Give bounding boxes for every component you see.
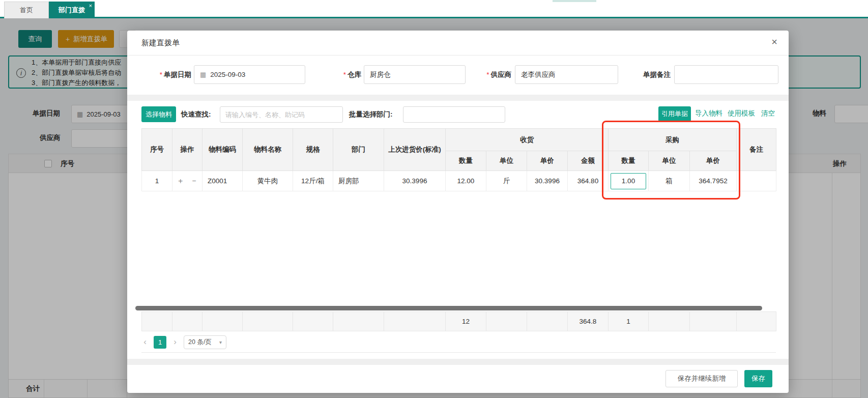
save-button[interactable]: 保存 — [744, 370, 772, 387]
cell-name: 黄牛肉 — [243, 171, 293, 191]
pur-qty-input[interactable]: 1.00 — [611, 173, 646, 189]
sum-empty — [690, 312, 737, 331]
next-page-icon[interactable]: › — [171, 337, 179, 347]
supplier-value: 老李供应商 — [521, 70, 556, 79]
add-row-icon[interactable]: ＋ — [173, 176, 187, 185]
sum-empty — [486, 312, 527, 331]
tab-department-transfer[interactable]: 部门直拨 × — [49, 2, 95, 18]
warehouse-field-label: *仓库 — [310, 70, 361, 79]
table-bottom-border — [141, 352, 776, 353]
tab-home[interactable]: 首页 — [4, 2, 49, 18]
sum-empty — [649, 312, 690, 331]
supplier-input[interactable]: 老李供应商 — [515, 65, 618, 84]
header-seq: 序号 — [142, 129, 172, 171]
header-name: 物料名称 — [243, 129, 293, 171]
horizontal-scrollbar[interactable] — [135, 306, 762, 310]
chevron-down-icon: ▾ — [219, 339, 222, 345]
cell-remark[interactable] — [737, 171, 776, 191]
cell-dept[interactable]: 厨房部 — [333, 171, 384, 191]
header-recv-unit: 单位 — [486, 151, 527, 171]
sum-empty — [202, 312, 243, 331]
sum-empty — [243, 312, 293, 331]
cell-pur-price[interactable]: 364.7952 — [690, 171, 737, 191]
header-pur-qty: 数量 — [609, 151, 649, 171]
prev-page-icon[interactable]: ‹ — [141, 337, 149, 347]
header-remark: 备注 — [737, 129, 776, 171]
required-asterisk: * — [343, 71, 346, 78]
sum-empty — [142, 312, 172, 331]
cell-recv-qty[interactable]: 12.00 — [446, 171, 486, 191]
header-recv-qty: 数量 — [446, 151, 486, 171]
sum-empty — [172, 312, 202, 331]
close-icon[interactable]: × — [771, 37, 777, 47]
batch-dept-input[interactable] — [403, 106, 505, 123]
top-strip — [553, 0, 596, 2]
cell-pur-unit: 箱 — [649, 171, 690, 191]
header-action: 操作 — [172, 129, 202, 171]
quick-search-label: 快速查找: — [181, 110, 211, 119]
select-material-button[interactable]: 选择物料 — [141, 106, 176, 122]
header-spec: 规格 — [293, 129, 333, 171]
cell-recv-unit: 斤 — [486, 171, 527, 191]
required-asterisk: * — [486, 71, 489, 78]
header-last-price: 上次进货价(标准) — [384, 129, 446, 171]
supplier-label-text: 供应商 — [491, 71, 512, 78]
screen: 首页 部门直拨 × 查询 ＋ 新增直拨单 i 1、本单据用于部门直接向供应 2、… — [0, 0, 868, 398]
quick-search-input[interactable] — [220, 106, 343, 123]
tab-close-icon[interactable]: × — [89, 3, 92, 9]
modal-title: 新建直拨单 — [141, 38, 180, 48]
sum-empty — [293, 312, 333, 331]
remark-input[interactable] — [674, 65, 778, 84]
header-pur-price: 单价 — [690, 151, 737, 171]
cell-seq: 1 — [142, 171, 172, 191]
date-label-text: 单据日期 — [164, 71, 191, 78]
batch-dept-label: 批量选择部门: — [349, 110, 393, 119]
clear-link[interactable]: 清空 — [761, 109, 775, 118]
supplier-field-label: *供应商 — [460, 70, 511, 79]
header-group-receive: 收货 — [446, 129, 609, 151]
section-divider — [127, 95, 789, 101]
sum-empty — [333, 312, 384, 331]
use-template-link[interactable]: 使用模板 — [728, 109, 755, 118]
tab-active-label: 部门直拨 — [59, 6, 85, 15]
sum-empty — [384, 312, 446, 331]
remove-row-icon[interactable]: － — [187, 176, 201, 185]
header-group-purchase: 采购 — [609, 129, 737, 151]
cite-document-button[interactable]: 引用单据 — [658, 106, 691, 122]
material-table: 序号 操作 物料编码 物料名称 规格 部门 上次进货价(标准) 收货 采购 备注… — [141, 128, 776, 191]
sum-empty — [737, 312, 776, 331]
remark-field-label: 单据备注 — [620, 70, 671, 79]
save-and-continue-button[interactable]: 保存并继续新增 — [666, 370, 738, 387]
footer-divider — [127, 359, 789, 365]
header-code: 物料编码 — [202, 129, 243, 171]
pagination: ‹ 1 › 20 条/页 ▾ — [141, 335, 226, 349]
sum-empty — [527, 312, 568, 331]
sum-amount: 364.8 — [568, 312, 609, 331]
date-value: 2025-09-03 — [210, 71, 245, 78]
remark-label-text: 单据备注 — [643, 71, 671, 78]
cell-amount[interactable]: 364.80 — [568, 171, 609, 191]
cell-spec: 12斤/箱 — [293, 171, 333, 191]
create-transfer-modal: 新建直拨单 × *单据日期 ▦ 2025-09-03 *仓库 厨房仓 *供应商 … — [127, 31, 789, 393]
cell-action: ＋－ — [172, 171, 202, 191]
header-recv-price: 单价 — [527, 151, 568, 171]
date-field-label: *单据日期 — [137, 70, 191, 79]
calendar-icon: ▦ — [200, 71, 206, 78]
page-size-value: 20 条/页 — [188, 338, 212, 347]
page-size-select[interactable]: 20 条/页 ▾ — [184, 335, 226, 349]
cell-pur-qty[interactable]: 1.00 — [609, 171, 649, 191]
table-row: 1 ＋－ Z0001 黄牛肉 12斤/箱 厨房部 30.3996 12.00 斤… — [142, 171, 776, 191]
tab-bar: 首页 部门直拨 × — [0, 0, 868, 18]
header-amount: 金额 — [568, 151, 609, 171]
tab-home-label: 首页 — [20, 6, 33, 15]
cell-recv-price[interactable]: 30.3996 — [527, 171, 568, 191]
cell-last-price: 30.3996 — [384, 171, 446, 191]
page-number-button[interactable]: 1 — [154, 336, 166, 349]
cell-code[interactable]: Z0001 — [202, 171, 243, 191]
sum-recv-qty: 12 — [446, 312, 486, 331]
warehouse-input[interactable]: 厨房仓 — [364, 65, 466, 84]
warehouse-value: 厨房仓 — [370, 70, 391, 79]
import-material-link[interactable]: 导入物料 — [695, 109, 722, 118]
sum-pur-qty: 1 — [609, 312, 649, 331]
date-input[interactable]: ▦ 2025-09-03 — [194, 65, 305, 84]
